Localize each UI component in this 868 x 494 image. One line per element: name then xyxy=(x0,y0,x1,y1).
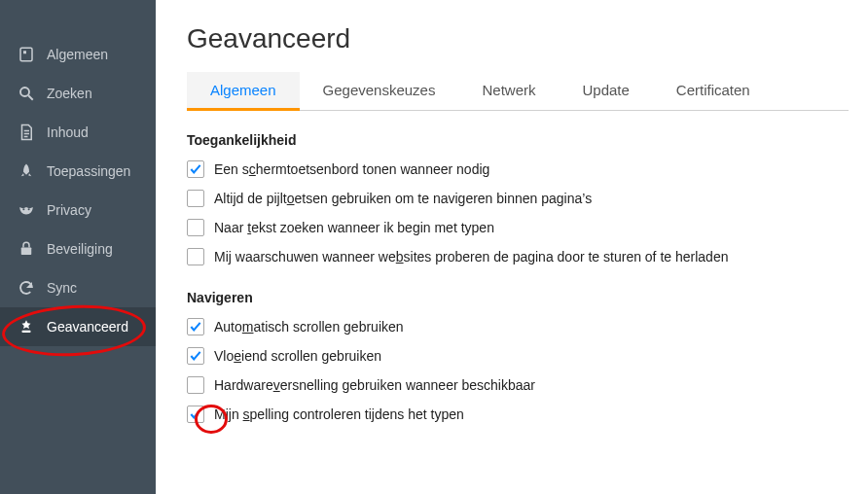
checkbox-label: Hardwareversnelling gebruiken wanneer be… xyxy=(214,377,535,393)
sidebar-item-zoeken[interactable]: Zoeken xyxy=(0,74,156,113)
checkbox[interactable] xyxy=(187,406,204,423)
sidebar-item-label: Sync xyxy=(47,280,77,296)
checkbox[interactable] xyxy=(187,318,204,335)
svg-point-8 xyxy=(28,208,30,210)
sidebar-item-sync[interactable]: Sync xyxy=(0,268,156,307)
sync-icon xyxy=(16,279,37,297)
checkbox-label: Een schermtoetsenbord tonen wanneer nodi… xyxy=(214,161,489,177)
sidebar-item-label: Geavanceerd xyxy=(47,319,128,335)
checkbox-label: Naar tekst zoeken wanneer ik begin met t… xyxy=(214,220,494,235)
section-accessibility: Toegankelijkheid Een schermtoetsenbord t… xyxy=(187,132,849,270)
section-browsing: Navigeren Automatisch scrollen gebruiken… xyxy=(187,290,849,428)
checkbox-label: Altijd de pijltoetsen gebruiken om te na… xyxy=(214,191,592,206)
sidebar-item-geavanceerd[interactable]: Geavanceerd xyxy=(0,307,156,346)
checkbox[interactable] xyxy=(187,160,204,178)
tab-bar: AlgemeenGegevenskeuzesNetwerkUpdateCerti… xyxy=(187,72,849,111)
prefs-icon xyxy=(16,46,37,63)
checkbox[interactable] xyxy=(187,347,204,365)
checkbox[interactable] xyxy=(187,248,204,265)
check-row: Naar tekst zoeken wanneer ik begin met t… xyxy=(187,214,849,241)
section-accessibility-title: Toegankelijkheid xyxy=(187,132,849,148)
sidebar-item-label: Zoeken xyxy=(47,86,92,101)
sidebar-item-label: Beveiliging xyxy=(47,241,113,257)
check-row: Altijd de pijltoetsen gebruiken om te na… xyxy=(187,185,849,212)
svg-point-2 xyxy=(20,88,29,96)
sidebar-item-algemeen[interactable]: Algemeen xyxy=(0,35,156,74)
svg-rect-10 xyxy=(22,331,31,333)
rocket-icon xyxy=(16,162,37,180)
sidebar-item-label: Privacy xyxy=(47,202,91,218)
checkbox-label: Vloeiend scrollen gebruiken xyxy=(214,348,381,364)
sidebar-item-beveiliging[interactable]: Beveiliging xyxy=(0,229,156,268)
check-row: Mijn spelling controleren tijdens het ty… xyxy=(187,401,849,428)
check-row: Vloeiend scrollen gebruiken xyxy=(187,342,849,370)
check-row: Een schermtoetsenbord tonen wanneer nodi… xyxy=(187,156,849,183)
check-row: Hardwareversnelling gebruiken wanneer be… xyxy=(187,371,849,399)
sidebar-item-toepassingen[interactable]: Toepassingen xyxy=(0,152,156,191)
sidebar-item-privacy[interactable]: Privacy xyxy=(0,191,156,229)
advanced-icon xyxy=(16,318,37,335)
section-browsing-title: Navigeren xyxy=(187,290,849,305)
checkbox[interactable] xyxy=(187,219,204,236)
sidebar-item-label: Algemeen xyxy=(47,47,108,62)
search-icon xyxy=(16,85,37,102)
tab-certificaten[interactable]: Certificaten xyxy=(653,72,774,110)
sidebar: AlgemeenZoekenInhoudToepassingenPrivacyB… xyxy=(0,0,156,494)
tab-gegevenskeuzes[interactable]: Gegevenskeuzes xyxy=(300,72,459,110)
svg-rect-1 xyxy=(23,51,26,53)
main-panel: Geavanceerd AlgemeenGegevenskeuzesNetwer… xyxy=(156,0,868,494)
checkbox-label: Mijn spelling controleren tijdens het ty… xyxy=(214,406,464,422)
sidebar-item-label: Toepassingen xyxy=(47,163,130,179)
svg-line-3 xyxy=(28,95,33,100)
sidebar-item-inhoud[interactable]: Inhoud xyxy=(0,113,156,152)
checkbox-label: Mij waarschuwen wanneer websites probere… xyxy=(214,249,728,265)
checkbox[interactable] xyxy=(187,376,204,394)
tab-algemeen[interactable]: Algemeen xyxy=(187,72,300,111)
checkbox-label: Automatisch scrollen gebruiken xyxy=(214,319,404,335)
svg-rect-9 xyxy=(21,248,32,256)
document-icon xyxy=(16,124,37,141)
page-title: Geavanceerd xyxy=(187,23,849,54)
checkbox[interactable] xyxy=(187,190,204,207)
sidebar-item-label: Inhoud xyxy=(47,124,89,140)
check-row: Mij waarschuwen wanneer websites probere… xyxy=(187,243,849,270)
tab-netwerk[interactable]: Netwerk xyxy=(458,72,559,110)
lock-icon xyxy=(16,240,37,258)
check-row: Automatisch scrollen gebruiken xyxy=(187,313,849,340)
svg-rect-0 xyxy=(20,48,32,61)
mask-icon xyxy=(16,201,37,219)
tab-update[interactable]: Update xyxy=(559,72,652,110)
svg-point-7 xyxy=(22,208,24,210)
